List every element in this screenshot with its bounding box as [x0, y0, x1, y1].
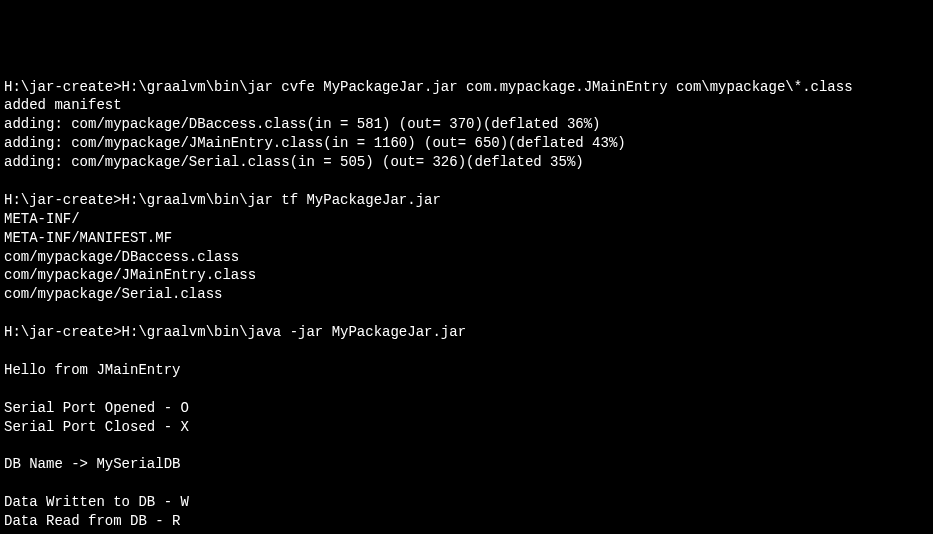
terminal-line: Hello from JMainEntry	[4, 361, 933, 380]
terminal-line: Data Read from DB - R	[4, 512, 933, 531]
terminal-line	[4, 172, 933, 191]
terminal-line: Serial Port Closed - X	[4, 418, 933, 437]
terminal-line: com/mypackage/JMainEntry.class	[4, 266, 933, 285]
terminal-line	[4, 342, 933, 361]
terminal-line	[4, 436, 933, 455]
terminal-line	[4, 380, 933, 399]
terminal-line: H:\jar-create>H:\graalvm\bin\jar cvfe My…	[4, 78, 933, 97]
terminal-line	[4, 304, 933, 323]
terminal-line: added manifest	[4, 96, 933, 115]
terminal-line: adding: com/mypackage/Serial.class(in = …	[4, 153, 933, 172]
terminal-output[interactable]: H:\jar-create>H:\graalvm\bin\jar cvfe My…	[4, 78, 933, 534]
terminal-line: DB Name -> MySerialDB	[4, 455, 933, 474]
terminal-line: adding: com/mypackage/JMainEntry.class(i…	[4, 134, 933, 153]
terminal-line: Data Written to DB - W	[4, 493, 933, 512]
terminal-line	[4, 474, 933, 493]
terminal-line: Serial Port Opened - O	[4, 399, 933, 418]
terminal-line: META-INF/	[4, 210, 933, 229]
terminal-line: com/mypackage/Serial.class	[4, 285, 933, 304]
terminal-line: adding: com/mypackage/DBaccess.class(in …	[4, 115, 933, 134]
terminal-line: META-INF/MANIFEST.MF	[4, 229, 933, 248]
terminal-line: H:\jar-create>H:\graalvm\bin\jar tf MyPa…	[4, 191, 933, 210]
terminal-line: com/mypackage/DBaccess.class	[4, 248, 933, 267]
terminal-line: H:\jar-create>H:\graalvm\bin\java -jar M…	[4, 323, 933, 342]
